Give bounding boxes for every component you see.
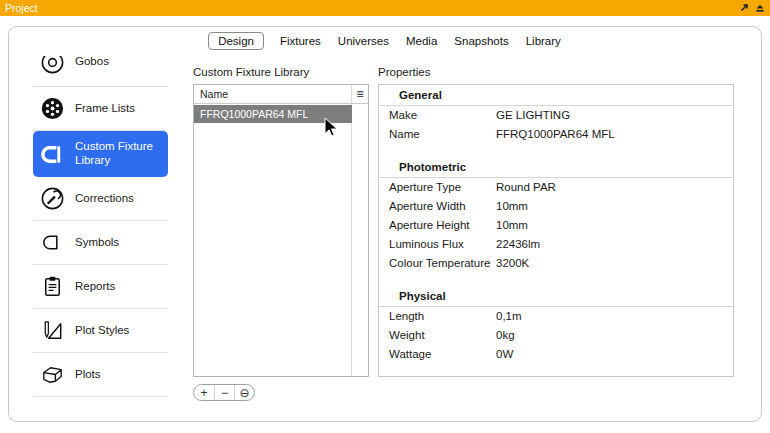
property-label: Make: [389, 106, 496, 125]
properties-section-physical: Physical Length 0,1m Weight 0kg Wattage …: [379, 286, 733, 364]
property-value[interactable]: FFRQ1000PAR64 MFL: [496, 125, 733, 144]
sidebar-item-corrections[interactable]: Corrections: [33, 177, 168, 221]
tab-universes[interactable]: Universes: [337, 33, 390, 49]
sidebar-item-frame-lists[interactable]: Frame Lists: [33, 87, 168, 131]
section-heading: Physical: [379, 286, 733, 307]
property-row: Aperture Height 10mm: [379, 216, 733, 235]
clipboard-icon: [37, 272, 67, 302]
remove-button[interactable]: −: [214, 385, 234, 400]
property-row: Name FFRQ1000PAR64 MFL: [379, 125, 733, 144]
property-row: Aperture Type Round PAR: [379, 178, 733, 197]
property-row: Aperture Width 10mm: [379, 197, 733, 216]
sidebar-item-label: Plot Styles: [75, 324, 129, 338]
property-row: Make GE LIGHTING: [379, 106, 733, 125]
sidebar-item-label: Reports: [75, 280, 115, 294]
property-label: Colour Temperature: [389, 254, 496, 273]
property-label: Wattage: [389, 345, 496, 364]
property-label: Weight: [389, 326, 496, 345]
sidebar-item-reports[interactable]: Reports: [33, 265, 168, 309]
tab-library[interactable]: Library: [525, 33, 562, 49]
set-square-icon: [37, 316, 67, 346]
property-row: Wattage 0W: [379, 345, 733, 364]
properties-section-photometric: Photometric Aperture Type Round PAR Aper…: [379, 157, 733, 273]
library-panel-title: Custom Fixture Library: [193, 66, 309, 78]
property-value[interactable]: 0kg: [496, 326, 733, 345]
table-header-row: Name ≡: [194, 85, 368, 104]
tab-media[interactable]: Media: [405, 33, 438, 49]
property-row: Colour Temperature 3200K: [379, 254, 733, 273]
sidebar-item-label: Gobos: [75, 56, 109, 69]
property-value[interactable]: 0,1m: [496, 307, 733, 326]
property-value[interactable]: GE LIGHTING: [496, 106, 733, 125]
sidebar-item-custom-fixture-library[interactable]: Custom Fixture Library: [33, 131, 168, 177]
properties-section-general: General Make GE LIGHTING Name FFRQ1000PA…: [379, 85, 733, 144]
sidebar-item-plot-styles[interactable]: Plot Styles: [33, 309, 168, 353]
property-label: Aperture Width: [389, 197, 496, 216]
sidebar-item-label: Corrections: [75, 192, 134, 206]
window-titlebar: Project: [0, 0, 770, 16]
eject-icon[interactable]: [754, 3, 765, 14]
property-label: Luminous Flux: [389, 235, 496, 254]
property-value[interactable]: 0W: [496, 345, 733, 364]
popout-icon[interactable]: [738, 3, 749, 14]
property-label: Aperture Type: [389, 178, 496, 197]
list-toolbar: + − ⊖: [193, 384, 255, 401]
sidebar-item-gobos[interactable]: Gobos: [33, 56, 168, 87]
tab-fixtures[interactable]: Fixtures: [279, 33, 322, 49]
wrench-icon: [37, 184, 67, 214]
gobo-icon: [37, 56, 67, 77]
symbol-icon: [37, 228, 67, 258]
tab-snapshots[interactable]: Snapshots: [453, 33, 509, 49]
sidebar-item-label: Custom Fixture Library: [75, 140, 168, 168]
section-heading: General: [379, 85, 733, 106]
remove-all-button[interactable]: ⊖: [234, 385, 254, 400]
tab-bar: Design Fixtures Universes Media Snapshot…: [8, 32, 762, 50]
column-header-name[interactable]: Name: [194, 88, 352, 100]
property-value[interactable]: 10mm: [496, 197, 733, 216]
sidebar-item-label: Plots: [75, 368, 101, 382]
tab-design[interactable]: Design: [208, 32, 264, 50]
property-label: Length: [389, 307, 496, 326]
property-value[interactable]: 22436lm: [496, 235, 733, 254]
property-value[interactable]: Round PAR: [496, 178, 733, 197]
sidebar-item-label: Symbols: [75, 236, 119, 250]
section-heading: Photometric: [379, 157, 733, 178]
properties-panel-title: Properties: [378, 66, 430, 78]
property-value[interactable]: 3200K: [496, 254, 733, 273]
fixture-icon: [37, 139, 67, 169]
fixture-list-table: Name ≡ FFRQ1000PAR64 MFL: [193, 84, 369, 377]
box-icon: [37, 360, 67, 390]
property-row: Length 0,1m: [379, 307, 733, 326]
property-row: Luminous Flux 22436lm: [379, 235, 733, 254]
property-label: Aperture Height: [389, 216, 496, 235]
property-label: Name: [389, 125, 496, 144]
table-row[interactable]: FFRQ1000PAR64 MFL: [194, 105, 352, 123]
properties-panel: General Make GE LIGHTING Name FFRQ1000PA…: [378, 84, 734, 377]
column-divider: [351, 85, 352, 376]
sidebar-item-symbols[interactable]: Symbols: [33, 221, 168, 265]
sidebar-item-plots[interactable]: Plots: [33, 353, 168, 397]
add-button[interactable]: +: [194, 385, 214, 400]
window-title: Project: [5, 2, 38, 14]
frame-lists-icon: [37, 94, 67, 124]
sidebar-item-label: Frame Lists: [75, 102, 135, 116]
property-value[interactable]: 10mm: [496, 216, 733, 235]
property-row: Weight 0kg: [379, 326, 733, 345]
list-menu-icon[interactable]: ≡: [352, 85, 368, 103]
